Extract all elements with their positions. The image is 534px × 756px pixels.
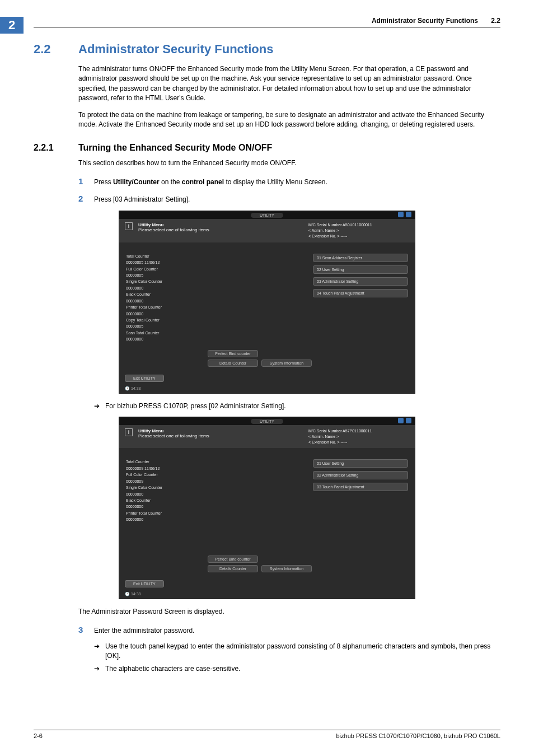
utility-screenshot-1: UTILITY i Utility Menu Please select one… [119,211,415,393]
counter-row: Total Counter [126,459,221,464]
details-counter-button[interactable]: Details Counter [208,565,258,572]
ss-topbar: UTILITY [119,417,415,425]
step-number: 2 [78,193,94,205]
counter-row: 00000005 [126,273,221,278]
touch-panel-adjustment-button[interactable]: 03 Touch Panel Adjustment [313,483,408,491]
subsection-heading: 2.2.1 Turning the Enhanced Security Mode… [34,143,500,153]
counter-row: 00000009 11/06/12 [126,466,221,471]
ss-time: 🕒 14:38 [119,591,415,599]
exit-utility-button[interactable]: Exit UTILITY [125,375,164,382]
counter-row: Total Counter [126,254,221,259]
section-heading: 2.2 Administrator Security Functions [34,42,500,57]
step-number: 3 [78,624,94,636]
ss-topbar: UTILITY [119,211,415,219]
ss-ext-no: < Extension No. > ----- [308,440,409,445]
user-setting-button[interactable]: 02 User Setting [313,265,408,274]
counter-row: 00000000 [126,298,221,304]
ss-menu: 01 Scan Address Register 02 User Setting… [313,254,408,367]
perfect-bind-counter-button[interactable]: Perfect Bind counter [208,350,258,357]
ss-counters: Total Counter 00000009 11/06/12 Full Col… [126,459,221,572]
ss-serial: M/C Serial Number A50U011000011 [308,222,409,228]
ss-admin-name: < Admin. Name > [308,228,409,234]
system-information-button[interactable]: System Information [261,360,312,367]
step-item: 3 Enter the administrator password. [78,624,500,636]
subsection-title: Turning the Enhanced Security Mode ON/OF… [78,143,272,153]
counter-row: Black Counter [126,498,221,503]
page-number: 2-6 [34,732,43,739]
counter-row: 00000000 [126,311,221,316]
arrow-note: ➔ For bizhub PRESS C1070P, press [02 Adm… [94,402,500,411]
system-information-button[interactable]: System Information [261,565,312,572]
ss-header-left: Utility Menu Please select one of follow… [138,222,303,232]
ss-util-sub: Please select one of following items [138,227,303,232]
footer-rule [34,730,500,730]
step-text: Press Utility/Counter on the control pan… [94,178,327,187]
section-title: Administrator Security Functions [78,42,273,57]
touch-panel-adjustment-button[interactable]: 04 Touch Panel Adjustment [313,289,408,297]
running-header: Administrator Security Functions 2.2 [34,17,500,25]
arrow-text: The alphabetic characters are case-sensi… [105,664,240,674]
counter-row: 00000005 11/06/12 [126,260,221,265]
arrow-note: ➔ The alphabetic characters are case-sen… [94,664,500,674]
exit-utility-button[interactable]: Exit UTILITY [125,580,164,587]
counter-row: 00000000 [126,286,221,291]
ss-header-left: Utility Menu Please select one of follow… [138,428,303,438]
counter-row: 00000000 [126,337,221,342]
ss-util-title: Utility Menu [138,428,303,433]
counter-row: 00000009 [126,479,221,484]
subsection-number: 2.2.1 [34,143,78,153]
running-header-title: Administrator Security Functions [372,17,478,25]
ss-util-sub: Please select one of following items [138,433,303,438]
counter-row: Single Color Counter [126,279,221,284]
misc-icon[interactable] [406,418,411,423]
ss-ext-no: < Extension No. > ----- [308,234,409,239]
body-paragraph: This section describes how to turn the E… [78,158,500,168]
counter-row: Full Color Counter [126,472,221,477]
ss-topbar-icons [398,418,411,423]
counter-row: Printer Total Counter [126,305,221,310]
step-text: Press [03 Administrator Setting]. [94,195,190,204]
counter-row: Printer Total Counter [126,511,221,516]
info-icon: i [125,428,133,436]
header-rule [34,27,500,27]
ss-footer: Exit UTILITY [119,371,415,385]
counter-row: 00000000 [126,517,221,522]
body-paragraph: To protect the data on the machine from … [78,110,500,130]
misc-icon[interactable] [406,212,411,217]
step-number: 1 [78,175,94,188]
ss-time: 🕒 14:38 [119,385,415,393]
clock-icon: 🕒 [125,386,130,390]
ss-util-title: Utility Menu [138,222,303,227]
counter-row: Single Color Counter [126,485,221,490]
ss-top-label: UTILITY [251,419,283,424]
info-icon: i [125,222,133,230]
chapter-tab: 2 [0,17,24,34]
step-item: 2 Press [03 Administrator Setting]. [78,193,500,205]
counter-row: Scan Total Counter [126,330,221,335]
administrator-setting-button[interactable]: 03 Administrator Setting [313,277,408,286]
body-paragraph: The Administrator Password Screen is dis… [78,607,500,617]
administrator-setting-button[interactable]: 02 Administrator Setting [313,471,408,479]
body-paragraph: The administrator turns ON/OFF the Enhan… [78,64,500,104]
counter-row: Black Counter [126,292,221,297]
page-footer: 2-6 bizhub PRESS C1070/C1070P/C1060, biz… [34,730,500,739]
help-icon[interactable] [398,418,404,423]
counter-row: 00000005 [126,324,221,329]
perfect-bind-counter-button[interactable]: Perfect Bind counter [208,556,258,563]
arrow-text: For bizhub PRESS C1070P, press [02 Admin… [105,402,286,411]
ss-top-label: UTILITY [251,213,283,218]
help-icon[interactable] [398,212,404,217]
running-header-secnum: 2.2 [491,17,500,25]
utility-screenshot-2: UTILITY i Utility Menu Please select one… [119,417,415,599]
clock-icon: 🕒 [125,592,130,596]
ss-serial: M/C Serial Number A57P011000011 [308,428,409,434]
ss-menu: 01 User Setting 02 Administrator Setting… [313,459,408,572]
ss-footer: Exit UTILITY [119,577,415,591]
scan-address-register-button[interactable]: 01 Scan Address Register [313,254,408,262]
counter-row: Copy Total Counter [126,318,221,323]
ss-header-right: M/C Serial Number A57P011000011 < Admin.… [308,428,409,445]
details-counter-button[interactable]: Details Counter [208,360,258,367]
user-setting-button[interactable]: 01 User Setting [313,459,408,468]
ss-center: Perfect Bind counter Details Counter Sys… [230,254,304,367]
ss-center: Perfect Bind counter Details Counter Sys… [230,459,304,572]
